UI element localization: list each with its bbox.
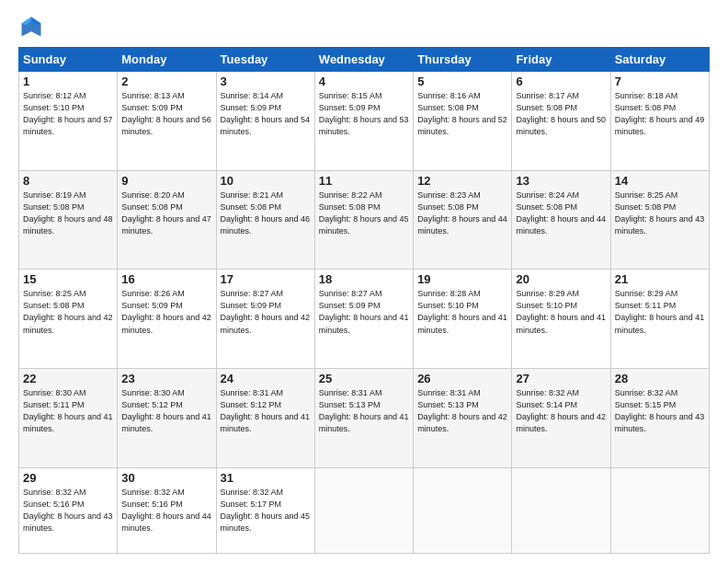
day-info: Sunrise: 8:31 AMSunset: 5:12 PMDaylight:… <box>221 387 311 435</box>
calendar-cell: 7Sunrise: 8:18 AMSunset: 5:08 PMDaylight… <box>610 72 709 171</box>
day-number: 7 <box>615 75 705 88</box>
day-info: Sunrise: 8:27 AMSunset: 5:09 PMDaylight:… <box>319 288 409 336</box>
day-number: 27 <box>516 372 606 385</box>
weekday-header-wednesday: Wednesday <box>314 48 413 72</box>
day-number: 19 <box>417 272 507 286</box>
calendar-cell: 2Sunrise: 8:13 AMSunset: 5:09 PMDaylight… <box>118 72 216 171</box>
day-number: 6 <box>516 75 606 88</box>
calendar-cell: 18Sunrise: 8:27 AMSunset: 5:09 PMDayligh… <box>314 270 413 369</box>
header <box>18 14 710 40</box>
calendar-cell: 13Sunrise: 8:24 AMSunset: 5:08 PMDayligh… <box>512 170 610 270</box>
day-number: 26 <box>417 372 507 385</box>
day-number: 1 <box>23 75 113 88</box>
day-info: Sunrise: 8:32 AMSunset: 5:14 PMDaylight:… <box>516 387 606 435</box>
day-number: 28 <box>615 372 705 385</box>
day-info: Sunrise: 8:12 AMSunset: 5:10 PMDaylight:… <box>23 90 113 138</box>
calendar-cell: 8Sunrise: 8:19 AMSunset: 5:08 PMDaylight… <box>19 170 118 270</box>
day-number: 5 <box>417 75 507 88</box>
day-info: Sunrise: 8:31 AMSunset: 5:13 PMDaylight:… <box>319 387 409 435</box>
page: SundayMondayTuesdayWednesdayThursdayFrid… <box>0 0 728 563</box>
day-number: 9 <box>121 174 211 188</box>
calendar-cell: 17Sunrise: 8:27 AMSunset: 5:09 PMDayligh… <box>216 270 314 369</box>
day-number: 30 <box>121 471 211 485</box>
day-number: 21 <box>615 272 705 286</box>
day-info: Sunrise: 8:29 AMSunset: 5:11 PMDaylight:… <box>615 288 705 336</box>
calendar-cell: 26Sunrise: 8:31 AMSunset: 5:13 PMDayligh… <box>414 369 512 468</box>
day-number: 18 <box>319 272 409 286</box>
day-number: 23 <box>121 372 211 385</box>
weekday-header-friday: Friday <box>512 48 610 72</box>
weekday-header-tuesday: Tuesday <box>216 48 314 72</box>
day-number: 3 <box>221 75 311 88</box>
calendar-cell: 10Sunrise: 8:21 AMSunset: 5:08 PMDayligh… <box>216 170 314 270</box>
calendar-cell: 5Sunrise: 8:16 AMSunset: 5:08 PMDaylight… <box>414 72 512 171</box>
day-info: Sunrise: 8:24 AMSunset: 5:08 PMDaylight:… <box>516 190 606 237</box>
day-info: Sunrise: 8:25 AMSunset: 5:08 PMDaylight:… <box>615 190 705 237</box>
day-number: 8 <box>23 174 113 188</box>
day-info: Sunrise: 8:31 AMSunset: 5:13 PMDaylight:… <box>417 387 507 435</box>
day-info: Sunrise: 8:30 AMSunset: 5:11 PMDaylight:… <box>23 387 113 435</box>
calendar-cell: 12Sunrise: 8:23 AMSunset: 5:08 PMDayligh… <box>414 170 512 270</box>
day-info: Sunrise: 8:30 AMSunset: 5:12 PMDaylight:… <box>121 387 211 435</box>
day-info: Sunrise: 8:13 AMSunset: 5:09 PMDaylight:… <box>121 90 211 138</box>
calendar-cell: 11Sunrise: 8:22 AMSunset: 5:08 PMDayligh… <box>314 170 413 270</box>
day-info: Sunrise: 8:21 AMSunset: 5:08 PMDaylight:… <box>221 190 311 237</box>
calendar-cell: 23Sunrise: 8:30 AMSunset: 5:12 PMDayligh… <box>118 369 216 468</box>
calendar-cell <box>512 467 610 553</box>
day-number: 20 <box>516 272 606 286</box>
calendar-table: SundayMondayTuesdayWednesdayThursdayFrid… <box>18 47 710 554</box>
day-info: Sunrise: 8:26 AMSunset: 5:09 PMDaylight:… <box>121 288 211 336</box>
calendar-cell: 24Sunrise: 8:31 AMSunset: 5:12 PMDayligh… <box>216 369 314 468</box>
day-number: 22 <box>23 372 113 385</box>
day-info: Sunrise: 8:32 AMSunset: 5:15 PMDaylight:… <box>615 387 705 435</box>
day-number: 4 <box>319 75 409 88</box>
weekday-header-thursday: Thursday <box>414 48 512 72</box>
day-info: Sunrise: 8:29 AMSunset: 5:10 PMDaylight:… <box>516 288 606 336</box>
day-number: 29 <box>23 471 113 485</box>
calendar-cell: 22Sunrise: 8:30 AMSunset: 5:11 PMDayligh… <box>19 369 118 468</box>
calendar-cell: 29Sunrise: 8:32 AMSunset: 5:16 PMDayligh… <box>19 467 118 553</box>
day-number: 17 <box>221 272 311 286</box>
day-number: 2 <box>121 75 211 88</box>
day-number: 12 <box>417 174 507 188</box>
day-info: Sunrise: 8:28 AMSunset: 5:10 PMDaylight:… <box>417 288 507 336</box>
weekday-header-monday: Monday <box>118 48 216 72</box>
day-info: Sunrise: 8:19 AMSunset: 5:08 PMDaylight:… <box>23 190 113 237</box>
day-number: 16 <box>121 272 211 286</box>
calendar-cell <box>314 467 413 553</box>
calendar-cell: 16Sunrise: 8:26 AMSunset: 5:09 PMDayligh… <box>118 270 216 369</box>
calendar-cell: 25Sunrise: 8:31 AMSunset: 5:13 PMDayligh… <box>314 369 413 468</box>
calendar-cell: 27Sunrise: 8:32 AMSunset: 5:14 PMDayligh… <box>512 369 610 468</box>
day-info: Sunrise: 8:17 AMSunset: 5:08 PMDaylight:… <box>516 90 606 138</box>
calendar-cell: 31Sunrise: 8:32 AMSunset: 5:17 PMDayligh… <box>216 467 314 553</box>
weekday-header-row: SundayMondayTuesdayWednesdayThursdayFrid… <box>19 48 710 72</box>
day-info: Sunrise: 8:32 AMSunset: 5:16 PMDaylight:… <box>23 487 113 534</box>
day-info: Sunrise: 8:23 AMSunset: 5:08 PMDaylight:… <box>417 190 507 237</box>
calendar-cell: 20Sunrise: 8:29 AMSunset: 5:10 PMDayligh… <box>512 270 610 369</box>
day-info: Sunrise: 8:18 AMSunset: 5:08 PMDaylight:… <box>615 90 705 138</box>
day-info: Sunrise: 8:15 AMSunset: 5:09 PMDaylight:… <box>319 90 409 138</box>
day-number: 24 <box>221 372 311 385</box>
calendar-cell: 9Sunrise: 8:20 AMSunset: 5:08 PMDaylight… <box>118 170 216 270</box>
calendar-cell: 15Sunrise: 8:25 AMSunset: 5:08 PMDayligh… <box>19 270 118 369</box>
weekday-header-saturday: Saturday <box>610 48 709 72</box>
calendar-cell: 28Sunrise: 8:32 AMSunset: 5:15 PMDayligh… <box>610 369 709 468</box>
day-info: Sunrise: 8:20 AMSunset: 5:08 PMDaylight:… <box>121 190 211 237</box>
calendar-cell: 21Sunrise: 8:29 AMSunset: 5:11 PMDayligh… <box>610 270 709 369</box>
day-number: 25 <box>319 372 409 385</box>
day-info: Sunrise: 8:32 AMSunset: 5:16 PMDaylight:… <box>121 487 211 534</box>
day-info: Sunrise: 8:32 AMSunset: 5:17 PMDaylight:… <box>221 487 311 534</box>
calendar-cell: 30Sunrise: 8:32 AMSunset: 5:16 PMDayligh… <box>118 467 216 553</box>
day-info: Sunrise: 8:16 AMSunset: 5:08 PMDaylight:… <box>417 90 507 138</box>
calendar-cell <box>610 467 709 553</box>
day-info: Sunrise: 8:14 AMSunset: 5:09 PMDaylight:… <box>221 90 311 138</box>
day-number: 15 <box>23 272 113 286</box>
logo-icon <box>18 14 44 40</box>
day-number: 10 <box>221 174 311 188</box>
day-number: 13 <box>516 174 606 188</box>
calendar-cell <box>414 467 512 553</box>
calendar-cell: 19Sunrise: 8:28 AMSunset: 5:10 PMDayligh… <box>414 270 512 369</box>
day-info: Sunrise: 8:27 AMSunset: 5:09 PMDaylight:… <box>221 288 311 336</box>
day-info: Sunrise: 8:22 AMSunset: 5:08 PMDaylight:… <box>319 190 409 237</box>
calendar-cell: 6Sunrise: 8:17 AMSunset: 5:08 PMDaylight… <box>512 72 610 171</box>
